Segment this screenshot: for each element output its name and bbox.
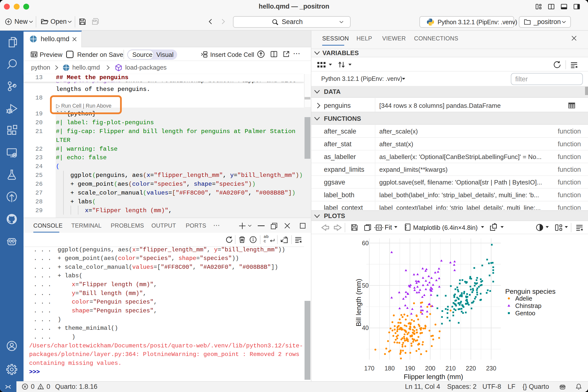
- svg-text:230: 230: [486, 365, 496, 372]
- svg-text:Penguin species: Penguin species: [505, 288, 556, 295]
- svg-text:210: 210: [446, 365, 456, 372]
- svg-text:Flipper length (mm): Flipper length (mm): [404, 373, 463, 380]
- svg-text:Gentoo: Gentoo: [515, 310, 535, 316]
- svg-text:Chinstrap: Chinstrap: [515, 302, 542, 309]
- svg-text:220: 220: [466, 365, 476, 372]
- svg-text:60: 60: [362, 240, 369, 246]
- svg-text:50: 50: [362, 282, 369, 289]
- svg-text:190: 190: [405, 365, 415, 372]
- svg-text:170: 170: [364, 365, 374, 372]
- svg-text:200: 200: [425, 365, 435, 372]
- svg-text:Adelie: Adelie: [515, 295, 532, 302]
- svg-text:180: 180: [384, 365, 395, 372]
- svg-text:Bill length (mm): Bill length (mm): [355, 279, 362, 326]
- svg-text:40: 40: [362, 324, 369, 331]
